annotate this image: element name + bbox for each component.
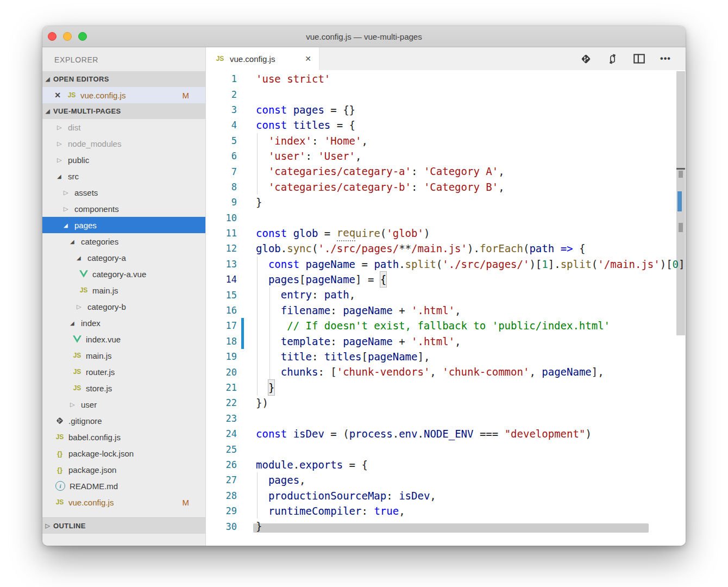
tab-vue-config-js[interactable]: JS vue.config.js ✕ xyxy=(206,47,319,70)
code-editor[interactable]: 1'use strict'23const pages = {}4const ti… xyxy=(206,70,686,546)
code-text: runtimeCompiler: true, xyxy=(256,503,405,519)
compare-changes-icon[interactable] xyxy=(606,53,618,65)
more-actions-icon[interactable]: ••• xyxy=(660,53,671,65)
code-line-7[interactable]: 7 'categaries/categary-a': 'Category A', xyxy=(206,164,686,179)
tree-item-node_modules[interactable]: ▷node_modules xyxy=(42,135,205,152)
line-number: 23 xyxy=(206,413,237,424)
code-line-5[interactable]: 5 'index': 'Home', xyxy=(206,133,686,148)
code-line-26[interactable]: 26module.exports = { xyxy=(206,457,686,472)
tree-item-assets[interactable]: ▷assets xyxy=(42,184,205,201)
tree-item-categories[interactable]: ◢categories xyxy=(42,233,205,249)
tree-item-router.js[interactable]: JSrouter.js xyxy=(42,364,205,380)
code-line-11[interactable]: 11const glob = require('glob') xyxy=(206,226,686,241)
code-text: const titles = { xyxy=(256,117,355,133)
indent-guide xyxy=(257,133,258,148)
tree-item-main.js[interactable]: JSmain.js xyxy=(42,282,205,298)
tab-label: vue.config.js xyxy=(230,54,275,64)
window-titlebar[interactable]: vue.config.js — vue-multi-pages xyxy=(42,26,686,47)
line-number: 28 xyxy=(206,490,237,501)
outline-section-header[interactable]: ▷ OUTLINE xyxy=(42,517,205,534)
split-editor-icon[interactable] xyxy=(633,53,645,65)
tree-item-package-lock.json[interactable]: {}package-lock.json xyxy=(42,445,205,461)
code-line-16[interactable]: 16 filename: pageName + '.html', xyxy=(206,303,686,318)
code-line-13[interactable]: 13 const pageName = path.split('./src/pa… xyxy=(206,257,686,272)
code-text: // If doesn't exist, fallback to 'public… xyxy=(256,318,610,333)
code-line-9[interactable]: 9} xyxy=(206,195,686,210)
indent-guide xyxy=(257,164,258,179)
vertical-scrollbar[interactable] xyxy=(676,71,685,335)
horizontal-scrollbar[interactable] xyxy=(253,523,649,533)
indent-guide xyxy=(257,272,258,287)
code-line-20[interactable]: 20 chunks: ['chunk-vendors', 'chunk-comm… xyxy=(206,364,686,379)
chevron-collapsed-icon: ▷ xyxy=(42,522,53,529)
code-line-1[interactable]: 1'use strict' xyxy=(206,71,686,86)
chevron-collapsed-icon: ▷ xyxy=(57,124,65,131)
code-line-6[interactable]: 6 'user': 'User', xyxy=(206,148,686,164)
line-number: 4 xyxy=(206,120,237,130)
line-number: 24 xyxy=(206,428,237,439)
code-line-12[interactable]: 12glob.sync('./src/pages/**/main.js').fo… xyxy=(206,241,686,256)
tree-item-user[interactable]: ▷user xyxy=(42,396,205,413)
code-text: productionSourceMap: isDev, xyxy=(256,488,436,503)
code-line-21[interactable]: 21 } xyxy=(206,380,686,395)
code-line-4[interactable]: 4const titles = { xyxy=(206,117,686,133)
code-line-25[interactable]: 25 xyxy=(206,441,686,457)
tree-item-.gitignore[interactable]: .gitignore xyxy=(42,413,205,429)
tree-item-store.js[interactable]: JSstore.js xyxy=(42,380,205,396)
tree-item-label: vue.config.js xyxy=(68,498,114,507)
tree-item-dist[interactable]: ▷dist xyxy=(42,119,205,135)
editor-column: JS vue.config.js ✕ xyxy=(206,47,686,546)
tree-item-label: babel.config.js xyxy=(68,433,121,442)
code-line-8[interactable]: 8 'categaries/categary-b': 'Category B', xyxy=(206,179,686,195)
tree-item-README.md[interactable]: iREADME.md xyxy=(42,478,205,494)
code-lines: 1'use strict'23const pages = {}4const ti… xyxy=(206,71,686,534)
code-line-19[interactable]: 19 title: titles[pageName], xyxy=(206,349,686,364)
tree-item-label: package-lock.json xyxy=(68,449,134,458)
tree-item-label: README.md xyxy=(70,482,118,491)
line-number: 2 xyxy=(206,89,237,100)
code-line-3[interactable]: 3const pages = {} xyxy=(206,102,686,117)
line-number: 20 xyxy=(206,367,237,378)
code-line-28[interactable]: 28 productionSourceMap: isDev, xyxy=(206,488,686,503)
tree-item-label: user xyxy=(81,400,97,409)
code-line-27[interactable]: 27 pages, xyxy=(206,472,686,488)
tree-item-index.vue[interactable]: index.vue xyxy=(42,331,205,347)
tree-item-components[interactable]: ▷components xyxy=(42,201,205,217)
code-text: chunks: ['chunk-vendors', 'chunk-common'… xyxy=(256,364,604,379)
tree-item-public[interactable]: ▷public xyxy=(42,152,205,168)
modified-line-gutter-marker xyxy=(241,334,244,349)
tree-item-src[interactable]: ◢src xyxy=(42,168,205,184)
tree-item-package.json[interactable]: {}package.json xyxy=(42,461,205,478)
tree-item-pages[interactable]: ◢pages xyxy=(42,217,205,233)
chevron-collapsed-icon: ▷ xyxy=(57,140,65,147)
tree-item-label: categories xyxy=(81,237,118,246)
code-line-24[interactable]: 24const isDev = (process.env.NODE_ENV ==… xyxy=(206,426,686,441)
code-line-17[interactable]: 17 // If doesn't exist, fallback to 'pub… xyxy=(206,318,686,333)
close-tab-icon[interactable]: ✕ xyxy=(303,53,313,64)
code-line-14[interactable]: 14 pages[pageName] = { xyxy=(206,272,686,287)
code-text: const pageName = path.split('./src/pages… xyxy=(256,257,685,272)
code-line-2[interactable]: 2 xyxy=(206,86,686,102)
tree-item-category-b[interactable]: ▷category-b xyxy=(42,298,205,315)
tree-item-category-a[interactable]: ◢category-a xyxy=(42,249,205,266)
open-changes-icon[interactable] xyxy=(580,53,592,65)
project-section-header[interactable]: ◢ VUE-MULTI-PAGES xyxy=(42,103,205,119)
tree-item-index[interactable]: ◢index xyxy=(42,315,205,331)
code-line-29[interactable]: 29 runtimeCompiler: true, xyxy=(206,503,686,519)
code-text: }) xyxy=(256,395,268,410)
code-line-23[interactable]: 23 xyxy=(206,411,686,426)
open-editor-item[interactable]: ✕ JS vue.config.js M xyxy=(42,87,205,103)
code-line-15[interactable]: 15 entry: path, xyxy=(206,287,686,302)
close-editor-icon[interactable]: ✕ xyxy=(53,91,62,99)
tree-item-babel.config.js[interactable]: JSbabel.config.js xyxy=(42,429,205,445)
code-line-22[interactable]: 22}) xyxy=(206,395,686,410)
code-line-18[interactable]: 18 template: pageName + '.html', xyxy=(206,334,686,349)
line-number: 6 xyxy=(206,151,237,161)
indent-guide xyxy=(269,303,270,318)
overview-modified-marker xyxy=(677,191,682,211)
code-line-10[interactable]: 10 xyxy=(206,210,686,226)
tree-item-main.js[interactable]: JSmain.js xyxy=(42,347,205,364)
open-editors-section-header[interactable]: ◢ OPEN EDITORS xyxy=(42,71,205,87)
tree-item-category-a.vue[interactable]: category-a.vue xyxy=(42,266,205,282)
tree-item-vue.config.js[interactable]: JSvue.config.jsM xyxy=(42,494,205,510)
